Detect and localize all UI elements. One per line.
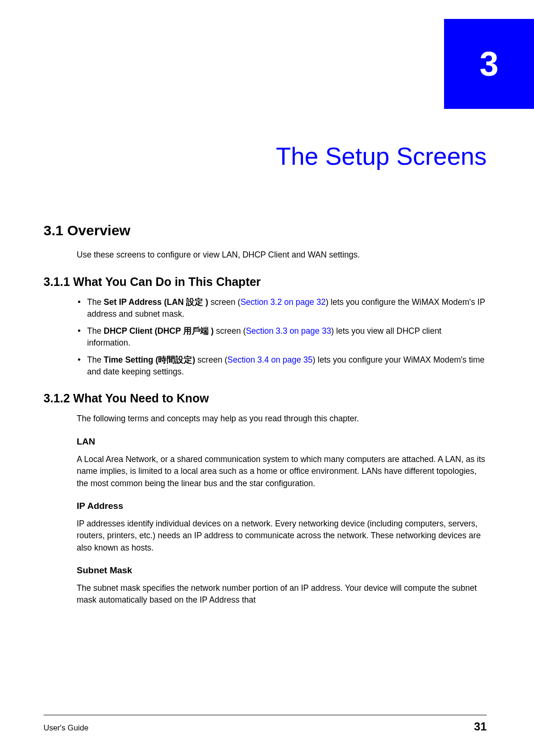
section-what-you-can-do-heading: 3.1.1 What You Can Do in This Chapter <box>44 275 487 289</box>
chapter-title: The Setup Screens <box>276 142 487 170</box>
li-bold: Time Setting (時間設定) <box>104 355 195 365</box>
list-item: The DHCP Client (DHCP 用戶端 ) screen (Sect… <box>77 325 487 348</box>
section-need-to-know-heading: 3.1.2 What You Need to Know <box>44 391 487 405</box>
need-to-know-intro: The following terms and concepts may hel… <box>77 413 487 425</box>
li-pre: The <box>87 355 104 365</box>
page: 3 The Setup Screens 3.1 Overview Use the… <box>0 0 534 756</box>
term-body-subnet-mask: The subnet mask specifies the network nu… <box>77 582 487 606</box>
term-body-ip-address: IP addresses identify individual devices… <box>77 518 487 554</box>
term-heading-lan: LAN <box>77 436 487 447</box>
what-you-can-do-list: The Set IP Address (LAN 設定 ) screen (Sec… <box>77 296 487 377</box>
li-pre: The <box>87 326 104 336</box>
chapter-number: 3 <box>480 44 498 83</box>
cross-reference-link[interactable]: Section 3.4 on page 35 <box>227 355 312 365</box>
footer-guide-label: User's Guide <box>44 723 89 732</box>
cross-reference-link[interactable]: Section 3.3 on page 33 <box>246 326 331 336</box>
list-item: The Time Setting (時間設定) screen (Section … <box>77 354 487 377</box>
term-body-lan: A Local Area Network, or a shared commun… <box>77 454 487 489</box>
li-pre: The <box>87 297 104 307</box>
section-overview-heading: 3.1 Overview <box>44 222 487 239</box>
li-mid: screen ( <box>208 297 240 307</box>
chapter-tab: 3 <box>444 19 534 109</box>
cross-reference-link[interactable]: Section 3.2 on page 32 <box>240 297 326 307</box>
li-bold: DHCP Client (DHCP 用戶端 ) <box>104 326 214 336</box>
overview-intro: Use these screens to configure or view L… <box>77 249 487 261</box>
list-item: The Set IP Address (LAN 設定 ) screen (Sec… <box>77 296 487 320</box>
page-footer: User's Guide 31 <box>44 715 487 733</box>
li-bold: Set IP Address (LAN 設定 ) <box>104 297 208 307</box>
footer-page-number: 31 <box>474 720 487 733</box>
li-mid: screen ( <box>214 326 246 336</box>
term-heading-subnet-mask: Subnet Mask <box>77 565 487 576</box>
content-area: 3.1 Overview Use these screens to config… <box>44 222 487 613</box>
term-heading-ip-address: IP Address <box>77 501 487 511</box>
li-mid: screen ( <box>195 355 227 365</box>
